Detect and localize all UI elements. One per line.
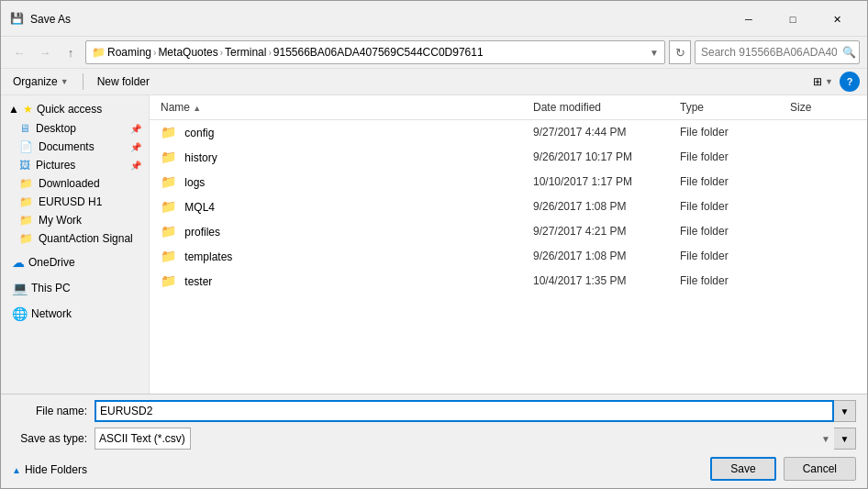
- file-row-type-cell: File folder: [676, 149, 786, 165]
- refresh-button[interactable]: ↻: [669, 40, 691, 64]
- quick-access-section: ▲ ★ Quick access 🖥 Desktop 📌 📄 Documents…: [1, 99, 149, 248]
- crumb-folder-icon: 📁: [92, 46, 106, 59]
- thispc-item[interactable]: 💻 This PC: [1, 277, 149, 299]
- file-name-text: templates: [184, 250, 232, 263]
- file-row-type-cell: File folder: [676, 272, 786, 289]
- new-folder-button[interactable]: New folder: [93, 72, 154, 91]
- sidebar-item-documents[interactable]: 📄 Documents 📌: [1, 138, 149, 156]
- network-item[interactable]: 🌐 Network: [1, 303, 149, 325]
- file-name-text: logs: [184, 176, 205, 189]
- sidebar-item-eurusd[interactable]: 📁 EURUSD H1: [1, 193, 149, 211]
- view-button[interactable]: ⊞ ▼: [808, 72, 838, 91]
- table-row[interactable]: 📁 tester 10/4/2017 1:35 PM File folder: [150, 269, 867, 294]
- file-name-text: config: [184, 127, 214, 139]
- help-button[interactable]: ?: [840, 72, 860, 92]
- table-row[interactable]: 📁 profiles 9/27/2017 4:21 PM File folder: [150, 219, 867, 244]
- search-input[interactable]: [695, 40, 860, 64]
- crumb-roaming: Roaming: [107, 46, 151, 59]
- file-row-name-cell: 📁 config: [157, 123, 529, 141]
- filename-dropdown-button[interactable]: ▼: [834, 400, 856, 422]
- sidebar-item-quantaction[interactable]: 📁 QuantAction Signal: [1, 229, 149, 248]
- up-button[interactable]: ↑: [60, 41, 82, 63]
- column-header-name[interactable]: Name ▲: [157, 99, 529, 116]
- bottom-area: File name: ▼ Save as type: ASCII Text (*…: [1, 394, 867, 488]
- table-row[interactable]: 📁 MQL4 9/26/2017 1:08 PM File folder: [150, 194, 867, 219]
- breadcrumb: 📁 Roaming › MetaQuotes › Terminal › 9155…: [92, 46, 484, 59]
- file-list-header: Name ▲ Date modified Type Size: [150, 95, 867, 120]
- savetype-select[interactable]: ASCII Text (*.csv): [95, 428, 191, 450]
- sidebar-item-downloaded[interactable]: 📁 Downloaded: [1, 174, 149, 193]
- new-folder-label: New folder: [97, 75, 150, 88]
- eurusd-label: EURUSD H1: [39, 195, 102, 208]
- column-header-size[interactable]: Size: [786, 99, 860, 116]
- file-row-size-cell: [786, 180, 860, 183]
- table-row[interactable]: 📁 config 9/27/2017 4:44 PM File folder: [150, 120, 867, 145]
- main-content: ▲ ★ Quick access 🖥 Desktop 📌 📄 Documents…: [1, 95, 867, 394]
- forward-button[interactable]: →: [34, 41, 56, 63]
- dialog-title: Save As: [30, 13, 71, 26]
- col-size-label: Size: [790, 101, 811, 114]
- file-row-name-cell: 📁 tester: [157, 272, 529, 290]
- save-as-dialog: 💾 Save As ─ □ ✕ ← → ↑ 📁 Roaming › MetaQu…: [0, 0, 868, 489]
- column-header-date[interactable]: Date modified: [529, 99, 676, 116]
- maximize-button[interactable]: □: [772, 8, 814, 30]
- search-icon: 🔍: [842, 46, 856, 59]
- close-button[interactable]: ✕: [816, 8, 858, 30]
- column-header-type[interactable]: Type: [676, 99, 786, 116]
- onedrive-item[interactable]: ☁ OneDrive: [1, 251, 149, 273]
- table-row[interactable]: 📁 templates 9/26/2017 1:08 PM File folde…: [150, 244, 867, 269]
- organize-button[interactable]: Organize ▼: [8, 72, 73, 91]
- file-row-date-cell: 10/4/2017 1:35 PM: [529, 272, 676, 289]
- quick-access-label: Quick access: [37, 103, 102, 116]
- minimize-button[interactable]: ─: [728, 8, 770, 30]
- crumb-sep-2: ›: [220, 48, 223, 58]
- back-button[interactable]: ←: [8, 41, 30, 63]
- quantaction-folder-icon: 📁: [19, 232, 33, 245]
- table-row[interactable]: 📁 logs 10/10/2017 1:17 PM File folder: [150, 170, 867, 194]
- quick-access-header[interactable]: ▲ ★ Quick access: [1, 99, 149, 119]
- cancel-button[interactable]: Cancel: [784, 457, 856, 481]
- file-row-name-cell: 📁 profiles: [157, 222, 529, 240]
- table-row[interactable]: 📁 history 9/26/2017 10:17 PM File folder: [150, 145, 867, 170]
- address-dropdown-icon[interactable]: ▼: [650, 48, 659, 58]
- file-row-size-cell: [786, 229, 860, 233]
- quantaction-label: QuantAction Signal: [39, 232, 133, 245]
- col-date-label: Date modified: [533, 101, 601, 114]
- savetype-dropdown-button[interactable]: ▼: [834, 428, 856, 450]
- file-name-text: history: [184, 151, 217, 164]
- crumb-metaquotes: MetaQuotes: [158, 46, 217, 59]
- crumb-hash: 915566BA06ADA407569C544CC0D97611: [273, 46, 484, 59]
- sidebar-item-pictures[interactable]: 🖼 Pictures 📌: [1, 156, 149, 174]
- folder-icon: 📁: [161, 150, 176, 164]
- organize-label: Organize: [13, 75, 58, 88]
- view-controls: ⊞ ▼ ?: [808, 72, 860, 92]
- savetype-container: ASCII Text (*.csv) ▼: [95, 428, 834, 450]
- dialog-icon: 💾: [10, 12, 25, 27]
- folder-icon: 📁: [161, 224, 176, 239]
- quick-access-collapse-icon: ▲: [8, 103, 19, 116]
- mywork-folder-icon: 📁: [19, 214, 33, 227]
- view-icon: ⊞: [813, 75, 822, 88]
- hide-folders-row: ▲ Hide Folders: [12, 461, 87, 476]
- savetype-label: Save as type:: [12, 432, 95, 445]
- col-type-label: Type: [680, 101, 704, 114]
- file-row-size-cell: [786, 254, 860, 258]
- sidebar-item-mywork[interactable]: 📁 My Work: [1, 211, 149, 229]
- downloaded-folder-icon: 📁: [19, 177, 33, 190]
- filename-input[interactable]: [95, 400, 834, 422]
- file-row-type-cell: File folder: [676, 223, 786, 239]
- network-section: 🌐 Network: [1, 303, 149, 325]
- file-row-date-cell: 9/26/2017 1:08 PM: [529, 198, 676, 215]
- col-name-label: Name: [161, 101, 190, 114]
- pictures-folder-icon: 🖼: [19, 159, 30, 172]
- file-row-name-cell: 📁 templates: [157, 247, 529, 265]
- file-name-text: MQL4: [184, 201, 215, 214]
- cancel-button-label: Cancel: [803, 462, 837, 475]
- sidebar-item-desktop[interactable]: 🖥 Desktop 📌: [1, 119, 149, 138]
- hide-folders-link[interactable]: Hide Folders: [25, 463, 87, 476]
- filename-label: File name:: [12, 405, 95, 417]
- save-button[interactable]: Save: [710, 457, 775, 481]
- file-row-size-cell: [786, 155, 860, 159]
- address-bar[interactable]: 📁 Roaming › MetaQuotes › Terminal › 9155…: [85, 40, 665, 64]
- documents-folder-icon: 📄: [19, 140, 33, 153]
